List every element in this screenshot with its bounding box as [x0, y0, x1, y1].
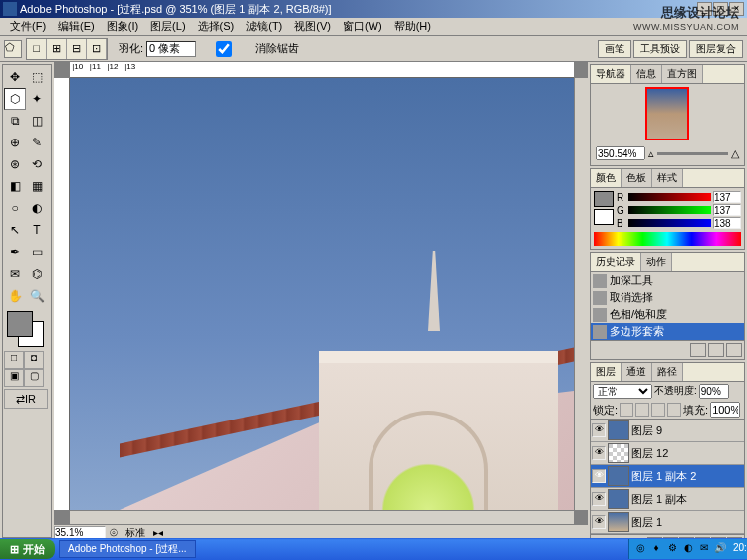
r-slider[interactable]: [628, 193, 711, 201]
zoom-in-icon[interactable]: △: [731, 147, 739, 160]
scrollbar-vertical[interactable]: [574, 78, 588, 510]
history-brush-tool[interactable]: ⟲: [26, 153, 48, 175]
sel-int[interactable]: ⊡: [87, 39, 107, 59]
system-tray[interactable]: ◎ ♦ ⚙ ◐ ✉ 🔊 20:57: [628, 539, 747, 559]
menu-window[interactable]: 窗口(W): [337, 19, 388, 34]
history-item[interactable]: 多边形套索: [591, 323, 744, 340]
g-input[interactable]: [713, 204, 741, 216]
layer-row[interactable]: 👁图层 1: [591, 511, 744, 534]
antialias-checkbox[interactable]: [199, 41, 249, 57]
lock-move-icon[interactable]: [651, 403, 665, 417]
screenmode-std[interactable]: ▣: [4, 369, 24, 387]
tab-layers[interactable]: 图层: [591, 363, 622, 381]
tray-icon[interactable]: ◐: [681, 542, 695, 556]
menu-file[interactable]: 文件(F): [4, 19, 52, 34]
menu-layer[interactable]: 图层(L): [144, 19, 191, 34]
maximize-button[interactable]: □: [713, 2, 728, 16]
g-slider[interactable]: [628, 206, 711, 214]
scrollbar-horizontal[interactable]: [70, 510, 574, 524]
ruler-horizontal[interactable]: |10 |11 |12 |13: [70, 62, 574, 78]
layer-row[interactable]: 👁图层 12: [591, 442, 744, 465]
fill-input[interactable]: [710, 402, 740, 418]
stamp-tool[interactable]: ⊛: [4, 153, 26, 175]
jump-to-imageready[interactable]: ⇄IR: [4, 389, 48, 409]
navigator-thumbnail[interactable]: [594, 87, 741, 144]
tray-icon[interactable]: ◎: [633, 542, 647, 556]
type-tool[interactable]: T: [26, 219, 48, 241]
zoom-tool[interactable]: 🔍: [26, 285, 48, 307]
taskbar-app-button[interactable]: Adobe Photoshop - [过程...: [59, 540, 196, 558]
navigator-zoom-slider[interactable]: [657, 152, 728, 155]
menu-image[interactable]: 图象(I): [101, 19, 144, 34]
path-tool[interactable]: ↖: [4, 219, 26, 241]
b-input[interactable]: [713, 217, 741, 229]
quickmask-off[interactable]: □: [4, 351, 24, 369]
menu-filter[interactable]: 滤镜(T): [240, 19, 288, 34]
history-snapshot-button[interactable]: [690, 343, 706, 357]
layer-row[interactable]: 👁图层 1 副本: [591, 488, 744, 511]
visibility-icon[interactable]: 👁: [592, 492, 606, 506]
move-tool[interactable]: ✥: [4, 66, 26, 88]
quickmask-on[interactable]: ◘: [24, 351, 44, 369]
visibility-icon[interactable]: 👁: [592, 446, 606, 460]
ruler-vertical[interactable]: [54, 78, 70, 510]
shape-tool[interactable]: ▭: [26, 241, 48, 263]
lock-all-icon[interactable]: [667, 403, 681, 417]
tab-histogram[interactable]: 直方图: [662, 65, 703, 83]
history-item[interactable]: 加深工具: [591, 272, 744, 289]
visibility-icon[interactable]: 👁: [592, 423, 606, 437]
dock-toolpresets[interactable]: 工具预设: [633, 40, 687, 58]
color-fg-swatch[interactable]: [594, 191, 614, 207]
wand-tool[interactable]: ✦: [26, 88, 48, 110]
tray-icon[interactable]: 🔊: [713, 542, 727, 556]
tray-icon[interactable]: ✉: [697, 542, 711, 556]
visibility-icon[interactable]: 👁: [592, 469, 606, 483]
lock-paint-icon[interactable]: [635, 403, 649, 417]
tab-channels[interactable]: 通道: [622, 363, 652, 381]
tray-icon[interactable]: ♦: [649, 542, 663, 556]
menu-help[interactable]: 帮助(H): [388, 19, 437, 34]
active-tool-icon[interactable]: ⬠: [4, 40, 22, 58]
tray-icon[interactable]: ⚙: [665, 542, 679, 556]
history-new-button[interactable]: [708, 343, 724, 357]
history-delete-button[interactable]: [726, 343, 742, 357]
history-item[interactable]: 取消选择: [591, 289, 744, 306]
sel-add[interactable]: ⊞: [47, 39, 67, 59]
tab-info[interactable]: 信息: [631, 65, 662, 83]
r-input[interactable]: [713, 191, 741, 203]
marquee-tool[interactable]: ⬚: [26, 66, 48, 88]
visibility-icon[interactable]: 👁: [592, 515, 606, 529]
color-bg-swatch[interactable]: [594, 209, 614, 225]
b-slider[interactable]: [628, 219, 711, 227]
zoom-out-icon[interactable]: ▵: [648, 147, 654, 160]
sel-new[interactable]: □: [27, 39, 47, 59]
navigator-zoom-input[interactable]: [596, 146, 645, 160]
tab-styles[interactable]: 样式: [652, 169, 683, 187]
tab-paths[interactable]: 路径: [652, 363, 683, 381]
dock-layercomps[interactable]: 图层复合: [689, 40, 743, 58]
screenmode-full[interactable]: ▢: [24, 369, 44, 387]
history-item[interactable]: 色相/饱和度: [591, 306, 744, 323]
dodge-tool[interactable]: ◐: [26, 197, 48, 219]
color-swatches[interactable]: [4, 311, 48, 347]
canvas[interactable]: [70, 78, 574, 510]
notes-tool[interactable]: ✉: [4, 263, 26, 285]
blend-mode-select[interactable]: 正常: [593, 384, 652, 399]
menu-edit[interactable]: 编辑(E): [52, 19, 101, 34]
foreground-color[interactable]: [7, 311, 33, 337]
slice-tool[interactable]: ◫: [26, 110, 48, 132]
blur-tool[interactable]: ○: [4, 197, 26, 219]
eyedropper-tool[interactable]: ⌬: [26, 263, 48, 285]
brush-tool[interactable]: ✎: [26, 132, 48, 153]
close-button[interactable]: ×: [729, 2, 744, 16]
minimize-button[interactable]: _: [697, 2, 712, 16]
tab-actions[interactable]: 动作: [641, 253, 672, 271]
menu-select[interactable]: 选择(S): [192, 19, 241, 34]
eraser-tool[interactable]: ◧: [4, 175, 26, 197]
taskbar-clock[interactable]: 20:57: [729, 542, 743, 556]
hand-tool[interactable]: ✋: [4, 285, 26, 307]
tab-color[interactable]: 颜色: [591, 169, 622, 187]
opacity-input[interactable]: [699, 384, 729, 399]
heal-tool[interactable]: ⊕: [4, 132, 26, 153]
lasso-tool[interactable]: ⬡: [4, 88, 26, 110]
